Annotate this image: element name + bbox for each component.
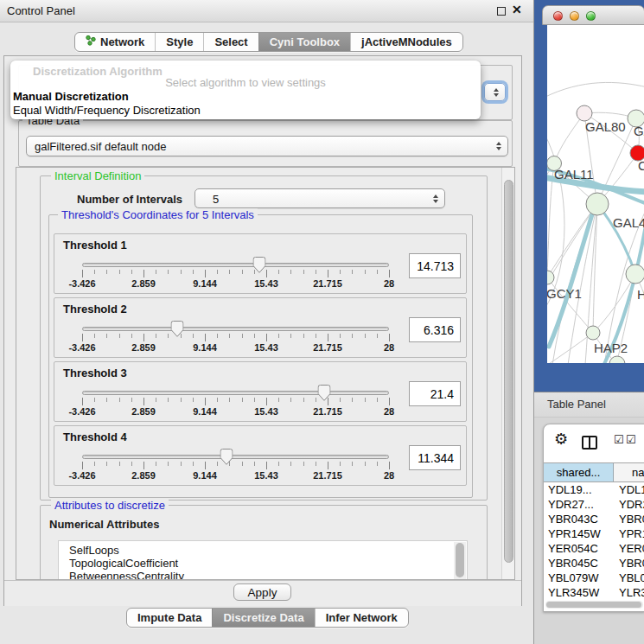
bottom-tab-bar: Impute Data Discretize Data Infer Networ…	[126, 608, 409, 628]
tick-label: -3.426	[68, 470, 95, 481]
node-labels: GAL80 GA C GAL11 GAL4 GCY1 H HAP2	[547, 119, 644, 355]
column-header-shared-name[interactable]: shared...	[544, 463, 614, 481]
network-graph: GAL80 GA C GAL11 GAL4 GCY1 H HAP2	[547, 25, 644, 363]
scrollbar-thumb[interactable]	[456, 543, 464, 577]
traffic-light-close-icon[interactable]	[553, 11, 563, 21]
table-row[interactable]: YBR045CYBR0	[544, 556, 644, 571]
combo-value: 5	[213, 192, 219, 205]
tick-label: 15.43	[254, 406, 278, 417]
network-node-h[interactable]	[626, 265, 644, 284]
network-node-hap2[interactable]	[586, 326, 600, 340]
tick-label: 21.715	[313, 278, 342, 289]
horizontal-scrollbar[interactable]	[545, 601, 643, 609]
network-node-gal4[interactable]	[586, 193, 609, 215]
tab-cyni-toolbox[interactable]: Cyni Toolbox	[258, 33, 350, 51]
control-panel: Control Panel ✕ Network Style Select Cyn…	[0, 0, 533, 644]
numerical-attributes-list[interactable]: SelfLoops TopologicalCoefficient Between…	[58, 540, 468, 580]
threshold-slider[interactable]: -3.426 2.859 9.144 15.43 21.715 28	[82, 447, 390, 485]
tick-label: -3.426	[68, 342, 95, 353]
dropdown-option-equal-width-frequency[interactable]: Equal Width/Frequency Discretization	[13, 104, 201, 117]
list-item[interactable]: TopologicalCoefficient	[59, 557, 467, 570]
tab-select[interactable]: Select	[203, 33, 258, 51]
table-row[interactable]: YPR145WYPR1	[544, 526, 644, 541]
table-header-row: shared... name	[544, 462, 644, 482]
tab-style[interactable]: Style	[155, 33, 203, 51]
threshold-slider[interactable]: -3.426 2.859 9.144 15.43 21.715 28	[82, 383, 390, 421]
node-label: GAL4	[613, 215, 644, 230]
threshold-label: Threshold 3	[63, 367, 127, 379]
slider-thumb[interactable]	[252, 257, 265, 273]
combo-arrows-icon	[496, 142, 501, 150]
slider-thumb[interactable]	[318, 385, 331, 401]
top-tab-bar: Network Style Select Cyni Toolbox jActiv…	[74, 32, 463, 52]
slider-thumb[interactable]	[171, 321, 184, 337]
list-item[interactable]: SelfLoops	[59, 541, 467, 557]
network-node[interactable]	[609, 356, 625, 363]
tick-label: 9.144	[193, 406, 217, 417]
list-scrollbar[interactable]	[454, 542, 466, 580]
traffic-light-minimize-icon[interactable]	[570, 11, 579, 21]
tab-impute-data[interactable]: Impute Data	[127, 609, 212, 627]
threshold-value-field[interactable]	[409, 317, 461, 342]
table-row[interactable]: YLR345WYLR3	[544, 585, 644, 600]
number-of-intervals-combobox[interactable]: 5	[194, 188, 445, 208]
apply-button[interactable]: Apply	[233, 583, 291, 601]
threshold-value-field[interactable]	[409, 445, 461, 470]
gear-icon[interactable]: ⚙	[554, 431, 568, 447]
split-view-icon[interactable]	[582, 436, 597, 450]
tab-discretize-data[interactable]: Discretize Data	[212, 609, 314, 627]
checkbox-icon[interactable]: ☑	[626, 433, 636, 446]
algorithm-combobox[interactable]	[484, 83, 506, 101]
node-label: GA	[634, 124, 644, 138]
table-body: YDL19...YDL1 YDR27...YDR2 YBR043CYBR0 YP…	[544, 482, 644, 606]
scrollbar-thumb[interactable]	[504, 180, 513, 563]
tick-label: 15.43	[254, 342, 278, 353]
combo-value: galFiltered.sif default node	[35, 140, 166, 153]
tick-label: 2.859	[131, 278, 156, 289]
list-item[interactable]: BetweennessCentrality	[59, 570, 467, 580]
threshold-row-1: Threshold 1 -3.426 2.859	[54, 233, 467, 294]
column-header-name[interactable]: name	[614, 463, 644, 481]
group-title: Attributes to discretize	[51, 499, 169, 512]
threshold-row-3: Threshold 3 -3.426 2.859	[54, 361, 467, 422]
network-desktop: GAL80 GA C GAL11 GAL4 GCY1 H HAP2	[534, 0, 644, 392]
tab-network[interactable]: Network	[75, 33, 155, 51]
table-panel-title: Table Panel	[547, 398, 606, 411]
network-canvas[interactable]: GAL80 GA C GAL11 GAL4 GCY1 H HAP2	[547, 25, 644, 363]
scrollbar-thumb[interactable]	[546, 602, 641, 608]
table-row[interactable]: YBR043CYBR0	[544, 512, 644, 526]
dropdown-hint: Select algorithm to view settings	[10, 76, 481, 89]
table-data-combobox[interactable]: galFiltered.sif default node	[26, 136, 508, 156]
network-window-titlebar	[542, 5, 644, 25]
float-window-icon[interactable]	[497, 7, 506, 16]
table-row[interactable]: YBL079WYBL0	[544, 571, 644, 585]
threshold-slider[interactable]: -3.426 2.859 9.144 15.43 21.715 28	[82, 319, 390, 357]
tab-jactivemnodules[interactable]: jActiveMNodules	[350, 33, 462, 51]
threshold-value-field[interactable]	[409, 381, 461, 406]
threshold-label: Threshold 4	[63, 430, 127, 443]
node-label: GAL80	[585, 119, 626, 134]
settings-scrollpane: Interval Definition Number of Intervals …	[16, 167, 515, 580]
checkbox-icon[interactable]: ☑	[614, 433, 624, 446]
button-bar: Apply	[4, 580, 521, 606]
tick-label: 21.715	[313, 470, 342, 481]
table-row[interactable]: YDR27...YDR2	[544, 497, 644, 512]
slider-thumb[interactable]	[220, 449, 233, 465]
table-row[interactable]: YDL19...YDL1	[544, 482, 644, 497]
network-nodes	[547, 105, 644, 363]
tick-label: 2.859	[131, 470, 156, 481]
group-title: Interval Definition	[51, 169, 144, 182]
tick-label: -3.426	[68, 406, 95, 417]
combo-arrows-icon	[433, 194, 438, 203]
interval-definition-group: Interval Definition Number of Intervals …	[40, 175, 488, 501]
dropdown-option-manual-discretization[interactable]: Manual Discretization	[13, 90, 129, 103]
table-row[interactable]: YER054CYER0	[544, 541, 644, 556]
vertical-scrollbar[interactable]	[501, 168, 514, 579]
threshold-value-field[interactable]	[409, 253, 461, 278]
traffic-light-zoom-icon[interactable]	[586, 11, 596, 21]
node-label: C	[638, 158, 644, 173]
tab-infer-network[interactable]: Infer Network	[315, 609, 408, 627]
close-icon[interactable]: ✕	[512, 3, 522, 16]
threshold-slider[interactable]: -3.426 2.859 9.144 15.43 21.715 28	[82, 255, 390, 293]
tick-label: 28	[384, 470, 394, 481]
